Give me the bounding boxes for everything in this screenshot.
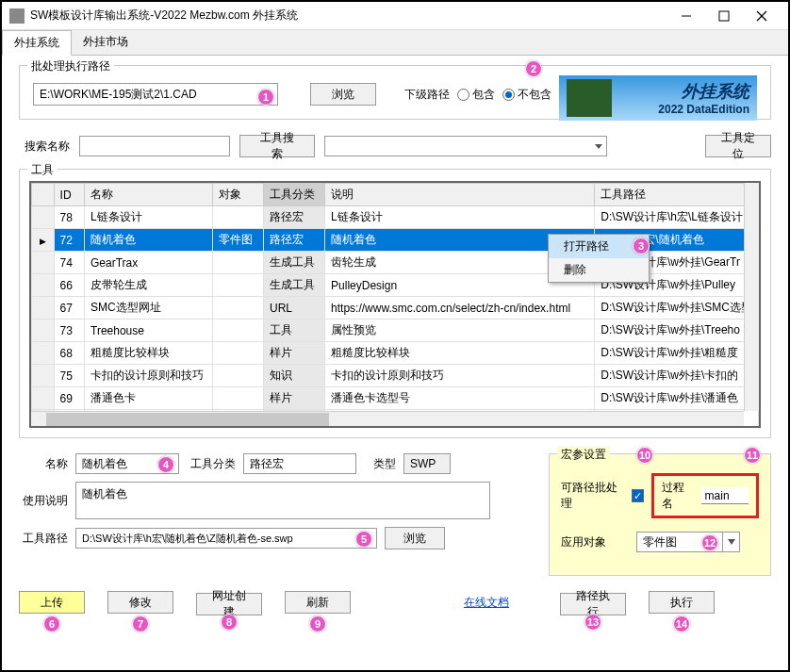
refresh-button[interactable]: 刷新 bbox=[285, 591, 351, 614]
badge-7: 7 bbox=[132, 615, 149, 632]
exec-button[interactable]: 执行 bbox=[649, 591, 715, 614]
cell-cat: 路径宏 bbox=[264, 229, 325, 252]
macro-panel: 宏参设置 10 11 可路径批处理 过程名 main 应用对象 零件图 12 bbox=[549, 453, 771, 576]
cell-id: 66 bbox=[54, 274, 84, 297]
col-obj[interactable]: 对象 bbox=[213, 184, 264, 206]
tools-table-wrap: ID 名称 对象 工具分类 说明 工具路径 78 L链条设计 路径宏 L链条设计… bbox=[29, 181, 761, 428]
tab-plugin-market[interactable]: 外挂市场 bbox=[72, 30, 140, 55]
detail-desc-field[interactable]: 随机着色 bbox=[75, 482, 490, 519]
search-name-input[interactable] bbox=[79, 136, 230, 156]
cell-obj bbox=[213, 342, 264, 365]
table-row[interactable]: 69 潘通色卡 样片 潘通色卡选型号 D:\SW设计库\w外挂\潘通色 bbox=[32, 387, 759, 410]
main-tabs: 外挂系统 外挂市场 bbox=[2, 30, 788, 56]
cell-id: 69 bbox=[54, 387, 84, 410]
detail-panel: 名称 随机着色 4 工具分类 路径宏 类型 SWP 使用说明 随机着色 工具路径… bbox=[19, 453, 535, 576]
detail-path-field[interactable]: D:\SW设计库\h宏\随机着色\Z随机着色-se.swp 5 bbox=[75, 528, 377, 549]
table-row[interactable]: 68 粗糙度比较样块 样片 粗糙度比较样块 D:\SW设计库\w外挂\粗糙度 bbox=[32, 342, 759, 365]
banner-title: 外挂系统 bbox=[617, 80, 749, 103]
detail-desc-label: 使用说明 bbox=[19, 493, 68, 509]
browse-button[interactable]: 浏览 bbox=[310, 83, 376, 106]
cell-name: L链条设计 bbox=[85, 206, 213, 229]
cell-name: GearTrax bbox=[85, 252, 213, 274]
cell-name: 卡扣的设计原则和技巧 bbox=[85, 365, 213, 387]
batch-checkbox[interactable] bbox=[632, 489, 644, 502]
col-cat[interactable]: 工具分类 bbox=[264, 184, 325, 206]
table-row[interactable]: 75 卡扣的设计原则和技巧 知识 卡扣的设计原则和技巧 D:\SW设计库\w外挂… bbox=[32, 365, 759, 387]
app-icon bbox=[9, 8, 25, 24]
cell-cat: 知识 bbox=[264, 365, 325, 387]
cell-path: D:\SW设计库\w外挂\卡扣的 bbox=[595, 365, 759, 387]
row-indicator bbox=[32, 297, 55, 320]
proc-name-field[interactable]: main bbox=[701, 487, 749, 504]
cell-desc: 粗糙度比较样块 bbox=[325, 342, 595, 365]
cell-cat: 路径宏 bbox=[264, 206, 325, 229]
banner-subtitle: 2022 DataEdition bbox=[617, 103, 749, 116]
cell-desc: 卡扣的设计原则和技巧 bbox=[325, 365, 595, 387]
upload-button[interactable]: 上传 bbox=[19, 591, 85, 614]
col-desc[interactable]: 说明 bbox=[325, 184, 595, 206]
cell-name: 潘通色卡 bbox=[85, 387, 213, 410]
radio-exclude[interactable]: 不包含 bbox=[502, 87, 551, 103]
table-row[interactable]: 78 L链条设计 路径宏 L链条设计 D:\SW设计库\h宏\L链条设计 bbox=[32, 206, 759, 229]
toolbox-icon bbox=[567, 79, 612, 117]
detail-type-field: SWP bbox=[403, 453, 451, 474]
badge-9: 9 bbox=[309, 615, 326, 632]
cell-obj bbox=[213, 365, 264, 387]
badge-2: 2 bbox=[525, 60, 542, 77]
scrollbar-horizontal[interactable] bbox=[31, 411, 744, 426]
cell-obj bbox=[213, 252, 264, 274]
search-combo[interactable] bbox=[324, 136, 607, 156]
macro-title: 宏参设置 bbox=[557, 447, 610, 463]
detail-name-label: 名称 bbox=[19, 456, 68, 472]
row-indicator bbox=[32, 274, 55, 297]
minimize-button[interactable] bbox=[667, 3, 705, 29]
scrollbar-vertical[interactable] bbox=[744, 183, 759, 411]
cell-cat: 样片 bbox=[264, 342, 325, 365]
tool-locate-button[interactable]: 工具定位 bbox=[705, 135, 771, 157]
tab-plugin-system[interactable]: 外挂系统 bbox=[2, 30, 72, 56]
close-button[interactable] bbox=[743, 3, 781, 29]
badge-13: 13 bbox=[584, 614, 601, 631]
cell-obj bbox=[213, 320, 264, 342]
cell-cat: 工具 bbox=[264, 320, 325, 342]
row-indicator bbox=[32, 342, 55, 365]
batch-path-input[interactable] bbox=[33, 83, 278, 106]
cell-path: D:\SW设计库\w外挂\Treeho bbox=[595, 320, 759, 342]
subpath-label: 下级路径 bbox=[404, 87, 450, 103]
col-name[interactable]: 名称 bbox=[85, 184, 213, 206]
col-id[interactable]: ID bbox=[54, 184, 84, 206]
cell-cat: 生成工具 bbox=[264, 274, 325, 297]
maximize-button[interactable] bbox=[705, 3, 743, 29]
row-indicator bbox=[32, 206, 55, 229]
cell-path: D:\SW设计库\w外挂\潘通色 bbox=[595, 387, 759, 410]
bottom-button-row: 上传 6 修改 7 网址创建 8 刷新 9 在线文档 路径执行 13 执行 14 bbox=[2, 585, 788, 615]
titlebar: SW模板设计库输出系统-V2022 Mezbw.com 外挂系统 bbox=[2, 2, 788, 30]
batch-checkbox-label: 可路径批处理 bbox=[561, 480, 624, 512]
url-create-button[interactable]: 网址创建 bbox=[196, 593, 262, 615]
modify-button[interactable]: 修改 bbox=[107, 591, 173, 614]
cell-id: 68 bbox=[54, 342, 84, 365]
tool-search-button[interactable]: 工具搜索 bbox=[239, 135, 315, 157]
detail-cat-label: 工具分类 bbox=[187, 456, 236, 472]
detail-browse-button[interactable]: 浏览 bbox=[385, 527, 445, 549]
radio-include[interactable]: 包含 bbox=[457, 87, 495, 103]
search-name-label: 搜索名称 bbox=[25, 139, 70, 155]
col-path[interactable]: 工具路径 bbox=[595, 184, 759, 206]
badge-8: 8 bbox=[221, 614, 238, 631]
table-row[interactable]: 73 Treehouse 工具 属性预览 D:\SW设计库\w外挂\Treeho bbox=[32, 320, 759, 342]
cell-id: 78 bbox=[54, 206, 84, 229]
col-rowhead[interactable] bbox=[32, 184, 55, 206]
target-select[interactable]: 零件图 12 bbox=[636, 532, 740, 552]
cell-id: 72 bbox=[54, 229, 84, 252]
cell-obj bbox=[213, 297, 264, 320]
table-row[interactable]: 67 SMC选型网址 URL https://www.smc.com.cn/se… bbox=[32, 297, 759, 320]
cell-path: D:\SW设计库\w外挂\SMC选型 bbox=[595, 297, 759, 320]
path-exec-button[interactable]: 路径执行 bbox=[560, 593, 626, 615]
online-doc-link[interactable]: 在线文档 bbox=[464, 595, 509, 611]
detail-name-field[interactable]: 随机着色 4 bbox=[75, 453, 179, 474]
context-delete[interactable]: 删除 bbox=[549, 258, 649, 282]
detail-cat-field[interactable]: 路径宏 bbox=[243, 453, 356, 474]
cell-desc: 属性预览 bbox=[325, 320, 595, 342]
cell-id: 67 bbox=[54, 297, 84, 320]
tools-table[interactable]: ID 名称 对象 工具分类 说明 工具路径 78 L链条设计 路径宏 L链条设计… bbox=[31, 183, 759, 428]
